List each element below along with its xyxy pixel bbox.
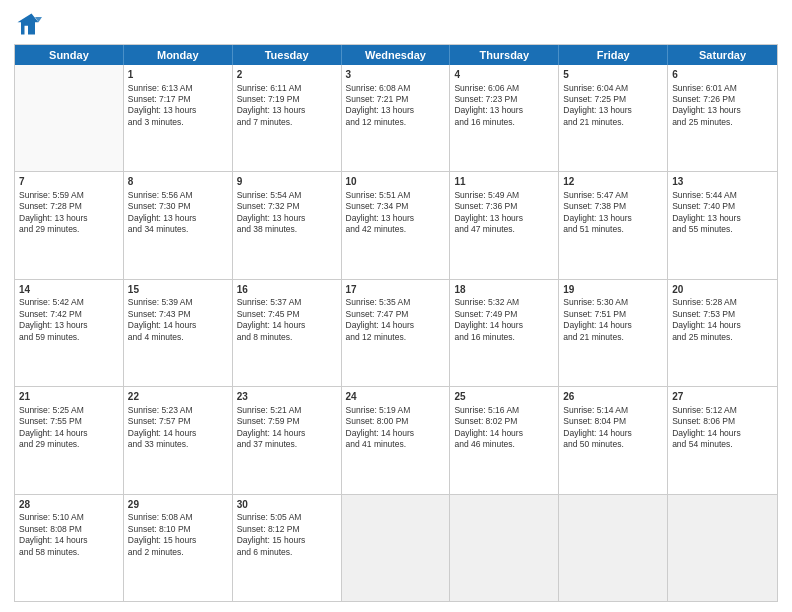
cal-cell-r1-c3: 10Sunrise: 5:51 AMSunset: 7:34 PMDayligh… bbox=[342, 172, 451, 278]
day-number: 11 bbox=[454, 175, 554, 189]
cell-line: Daylight: 14 hours bbox=[346, 320, 446, 331]
cell-line: Sunset: 7:57 PM bbox=[128, 416, 228, 427]
cal-cell-r3-c1: 22Sunrise: 5:23 AMSunset: 7:57 PMDayligh… bbox=[124, 387, 233, 493]
cell-line: Daylight: 14 hours bbox=[563, 428, 663, 439]
cell-line: Sunrise: 5:35 AM bbox=[346, 297, 446, 308]
cal-cell-r0-c4: 4Sunrise: 6:06 AMSunset: 7:23 PMDaylight… bbox=[450, 65, 559, 171]
cell-line: Daylight: 14 hours bbox=[346, 428, 446, 439]
day-number: 4 bbox=[454, 68, 554, 82]
cal-cell-r4-c2: 30Sunrise: 5:05 AMSunset: 8:12 PMDayligh… bbox=[233, 495, 342, 601]
cell-line: Daylight: 13 hours bbox=[237, 105, 337, 116]
cell-line: Daylight: 14 hours bbox=[128, 428, 228, 439]
day-number: 16 bbox=[237, 283, 337, 297]
cell-line: Daylight: 14 hours bbox=[19, 535, 119, 546]
cal-cell-r1-c4: 11Sunrise: 5:49 AMSunset: 7:36 PMDayligh… bbox=[450, 172, 559, 278]
cell-line: Sunrise: 5:30 AM bbox=[563, 297, 663, 308]
day-number: 2 bbox=[237, 68, 337, 82]
cal-cell-r4-c4 bbox=[450, 495, 559, 601]
cell-line: Daylight: 14 hours bbox=[237, 320, 337, 331]
cell-line: Daylight: 13 hours bbox=[128, 105, 228, 116]
cell-line: and 6 minutes. bbox=[237, 547, 337, 558]
cal-cell-r4-c1: 29Sunrise: 5:08 AMSunset: 8:10 PMDayligh… bbox=[124, 495, 233, 601]
logo-icon bbox=[14, 10, 42, 38]
cell-line: Sunset: 7:47 PM bbox=[346, 309, 446, 320]
cell-line: Sunset: 8:04 PM bbox=[563, 416, 663, 427]
cal-cell-r0-c5: 5Sunrise: 6:04 AMSunset: 7:25 PMDaylight… bbox=[559, 65, 668, 171]
cell-line: Sunrise: 5:49 AM bbox=[454, 190, 554, 201]
cell-line: Daylight: 13 hours bbox=[19, 320, 119, 331]
cell-line: and 8 minutes. bbox=[237, 332, 337, 343]
day-number: 19 bbox=[563, 283, 663, 297]
cell-line: Sunset: 7:49 PM bbox=[454, 309, 554, 320]
cell-line: Daylight: 13 hours bbox=[563, 213, 663, 224]
cal-cell-r1-c0: 7Sunrise: 5:59 AMSunset: 7:28 PMDaylight… bbox=[15, 172, 124, 278]
cell-line: Sunrise: 6:06 AM bbox=[454, 83, 554, 94]
cell-line: and 50 minutes. bbox=[563, 439, 663, 450]
cell-line: and 2 minutes. bbox=[128, 547, 228, 558]
cal-cell-r2-c3: 17Sunrise: 5:35 AMSunset: 7:47 PMDayligh… bbox=[342, 280, 451, 386]
cal-cell-r3-c0: 21Sunrise: 5:25 AMSunset: 7:55 PMDayligh… bbox=[15, 387, 124, 493]
cell-line: Sunrise: 5:05 AM bbox=[237, 512, 337, 523]
header-day-thursday: Thursday bbox=[450, 45, 559, 65]
calendar-row-1: 7Sunrise: 5:59 AMSunset: 7:28 PMDaylight… bbox=[15, 172, 777, 279]
calendar-row-3: 21Sunrise: 5:25 AMSunset: 7:55 PMDayligh… bbox=[15, 387, 777, 494]
day-number: 14 bbox=[19, 283, 119, 297]
calendar-row-0: 1Sunrise: 6:13 AMSunset: 7:17 PMDaylight… bbox=[15, 65, 777, 172]
cell-line: Sunrise: 5:16 AM bbox=[454, 405, 554, 416]
cal-cell-r0-c1: 1Sunrise: 6:13 AMSunset: 7:17 PMDaylight… bbox=[124, 65, 233, 171]
cell-line: Daylight: 14 hours bbox=[672, 428, 773, 439]
cell-line: Sunset: 7:53 PM bbox=[672, 309, 773, 320]
cal-cell-r3-c6: 27Sunrise: 5:12 AMSunset: 8:06 PMDayligh… bbox=[668, 387, 777, 493]
calendar-body: 1Sunrise: 6:13 AMSunset: 7:17 PMDaylight… bbox=[15, 65, 777, 601]
cell-line: Daylight: 13 hours bbox=[346, 105, 446, 116]
cell-line: Sunrise: 6:01 AM bbox=[672, 83, 773, 94]
cell-line: Daylight: 15 hours bbox=[128, 535, 228, 546]
day-number: 17 bbox=[346, 283, 446, 297]
cell-line: Sunrise: 5:08 AM bbox=[128, 512, 228, 523]
cell-line: and 16 minutes. bbox=[454, 332, 554, 343]
cell-line: and 59 minutes. bbox=[19, 332, 119, 343]
cell-line: and 51 minutes. bbox=[563, 224, 663, 235]
cal-cell-r1-c5: 12Sunrise: 5:47 AMSunset: 7:38 PMDayligh… bbox=[559, 172, 668, 278]
cell-line: Sunset: 7:43 PM bbox=[128, 309, 228, 320]
day-number: 29 bbox=[128, 498, 228, 512]
cell-line: Daylight: 15 hours bbox=[237, 535, 337, 546]
cal-cell-r2-c2: 16Sunrise: 5:37 AMSunset: 7:45 PMDayligh… bbox=[233, 280, 342, 386]
cal-cell-r3-c2: 23Sunrise: 5:21 AMSunset: 7:59 PMDayligh… bbox=[233, 387, 342, 493]
cell-line: and 21 minutes. bbox=[563, 332, 663, 343]
day-number: 18 bbox=[454, 283, 554, 297]
cell-line: Sunset: 7:45 PM bbox=[237, 309, 337, 320]
cal-cell-r2-c0: 14Sunrise: 5:42 AMSunset: 7:42 PMDayligh… bbox=[15, 280, 124, 386]
cell-line: Daylight: 13 hours bbox=[672, 213, 773, 224]
cell-line: Sunrise: 5:12 AM bbox=[672, 405, 773, 416]
cell-line: Sunset: 8:06 PM bbox=[672, 416, 773, 427]
cell-line: Sunrise: 5:25 AM bbox=[19, 405, 119, 416]
cell-line: Sunset: 8:10 PM bbox=[128, 524, 228, 535]
cal-cell-r4-c6 bbox=[668, 495, 777, 601]
cal-cell-r1-c2: 9Sunrise: 5:54 AMSunset: 7:32 PMDaylight… bbox=[233, 172, 342, 278]
cell-line: Sunset: 7:55 PM bbox=[19, 416, 119, 427]
cal-cell-r4-c3 bbox=[342, 495, 451, 601]
day-number: 24 bbox=[346, 390, 446, 404]
cell-line: Daylight: 14 hours bbox=[563, 320, 663, 331]
cell-line: and 29 minutes. bbox=[19, 439, 119, 450]
cell-line: Sunrise: 5:23 AM bbox=[128, 405, 228, 416]
day-number: 21 bbox=[19, 390, 119, 404]
cell-line: Daylight: 14 hours bbox=[128, 320, 228, 331]
cal-cell-r0-c6: 6Sunrise: 6:01 AMSunset: 7:26 PMDaylight… bbox=[668, 65, 777, 171]
cell-line: Sunrise: 6:04 AM bbox=[563, 83, 663, 94]
cell-line: Daylight: 13 hours bbox=[454, 213, 554, 224]
cell-line: and 29 minutes. bbox=[19, 224, 119, 235]
cell-line: Sunset: 7:32 PM bbox=[237, 201, 337, 212]
cell-line: Sunrise: 5:42 AM bbox=[19, 297, 119, 308]
day-number: 8 bbox=[128, 175, 228, 189]
header-day-friday: Friday bbox=[559, 45, 668, 65]
cell-line: and 42 minutes. bbox=[346, 224, 446, 235]
cell-line: and 37 minutes. bbox=[237, 439, 337, 450]
day-number: 12 bbox=[563, 175, 663, 189]
cell-line: and 33 minutes. bbox=[128, 439, 228, 450]
cal-cell-r2-c5: 19Sunrise: 5:30 AMSunset: 7:51 PMDayligh… bbox=[559, 280, 668, 386]
day-number: 23 bbox=[237, 390, 337, 404]
day-number: 9 bbox=[237, 175, 337, 189]
day-number: 25 bbox=[454, 390, 554, 404]
